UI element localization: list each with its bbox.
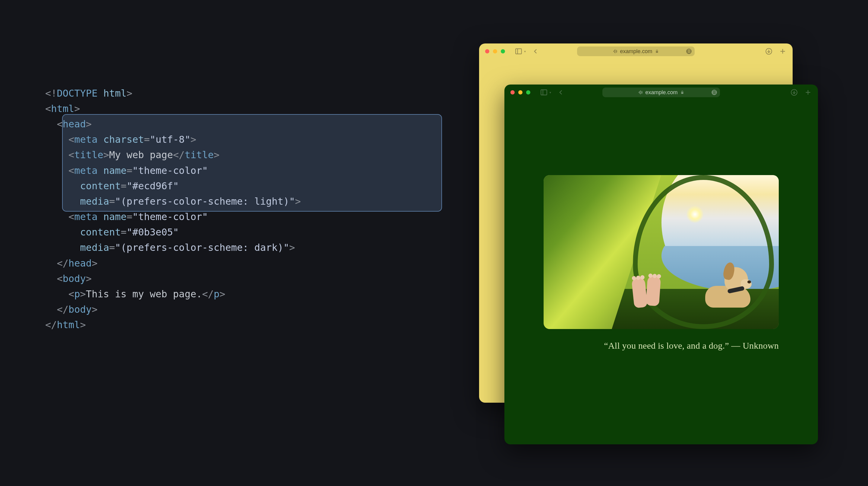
window-traffic-lights [485,49,505,53]
code-line: <meta name="theme-color" [45,163,449,178]
code-line: </head> [45,256,449,271]
svg-rect-0 [516,49,522,54]
sidebar-toggle-button[interactable]: ▾ [540,88,552,96]
code-line: <p>This is my web page.</p> [45,286,449,302]
zoom-icon[interactable] [526,90,530,94]
window-traffic-lights [510,90,530,94]
code-editor: <!DOCTYPE html><html> <head> <meta chars… [45,39,449,348]
code-line: <title>My web page</title> [45,147,449,163]
downloads-button[interactable] [765,48,773,55]
back-button[interactable] [531,48,539,55]
dog-illustration [705,265,750,308]
downloads-button[interactable] [790,88,798,96]
sidebar-toggle-button[interactable]: ▾ [515,48,526,55]
site-settings-icon [613,49,617,54]
code-lines: <!DOCTYPE html><html> <head> <meta chars… [45,86,449,333]
minimize-icon[interactable] [518,90,523,94]
sidebar-icon [515,48,523,55]
code-line: media="(prefers-color-scheme: light)"> [45,194,449,209]
svg-rect-7 [541,90,547,95]
browser-preview-stack: ▾ example.com ☰ [479,44,817,442]
new-tab-button[interactable] [779,48,786,55]
chevron-down-icon: ▾ [524,49,526,54]
code-line: <body> [45,271,449,286]
reader-icon[interactable]: ☰ [686,49,692,54]
feet-illustration [633,268,660,308]
page-quote: “All you need is love, and a dog.” — Unk… [544,341,779,351]
address-bar[interactable]: example.com ☰ [602,88,720,97]
site-settings-icon [638,90,643,95]
close-icon[interactable] [485,49,489,53]
chevron-down-icon: ▾ [549,90,552,95]
code-line: <meta name="theme-color" [45,209,449,225]
code-line: </body> [45,302,449,317]
code-line: media="(prefers-color-scheme: dark)"> [45,240,449,255]
code-line: <html> [45,101,449,116]
close-icon[interactable] [510,90,515,94]
browser-window-dark: ▾ example.com ☰ [504,85,818,444]
lock-icon [680,90,684,94]
minimize-icon[interactable] [493,49,497,53]
hero-image [544,175,779,329]
browser-toolbar-light: ▾ example.com ☰ [479,44,793,59]
new-tab-button[interactable] [804,88,812,96]
code-line: content="#0b3e05" [45,225,449,240]
reader-icon[interactable]: ☰ [712,90,717,95]
zoom-icon[interactable] [501,49,505,53]
url-label: example.com [620,48,652,55]
back-button[interactable] [557,88,565,96]
address-bar[interactable]: example.com ☰ [577,47,695,56]
code-line: <meta charset="utf-8"> [45,132,449,147]
code-line: </html> [45,317,449,333]
sidebar-icon [540,88,548,96]
svg-rect-9 [681,92,683,93]
page-content: “All you need is love, and a dog.” — Unk… [544,175,779,351]
code-line: <!DOCTYPE html> [45,86,449,101]
lock-icon [655,49,659,53]
url-label: example.com [645,89,678,96]
code-line: content="#ecd96f" [45,178,449,194]
browser-toolbar-dark: ▾ example.com ☰ [504,85,818,100]
code-line: <head> [45,116,449,132]
svg-rect-2 [656,51,658,53]
